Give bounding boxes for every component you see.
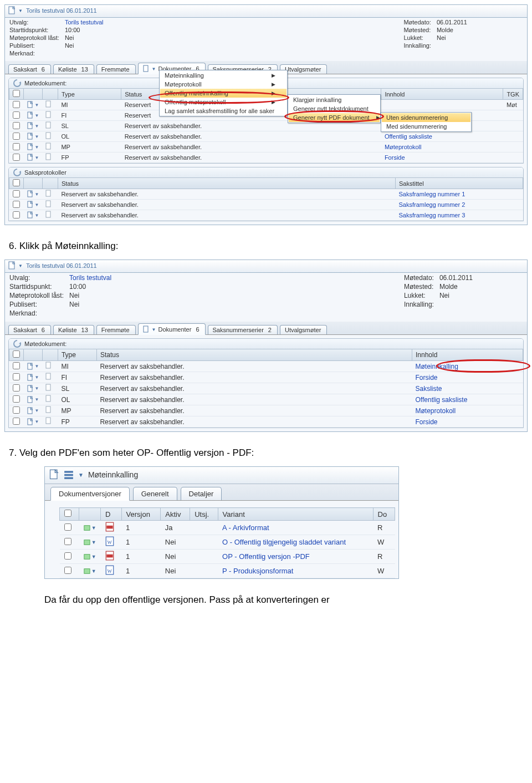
blank-page-icon[interactable]: [45, 373, 52, 380]
utvalg-link[interactable]: Torils testutval: [65, 19, 104, 26]
row-checkbox[interactable]: [13, 133, 20, 140]
row-checkbox[interactable]: [64, 552, 71, 560]
select-all-checkbox[interactable]: [13, 179, 20, 186]
row-checkbox[interactable]: [13, 122, 20, 129]
blank-page-icon[interactable]: [45, 417, 52, 425]
protocol-link[interactable]: Saksframlegg nummer 1: [399, 191, 466, 197]
document-link[interactable]: Møteprotokoll: [385, 144, 422, 150]
menu-item[interactable]: Med sidenummerering: [382, 122, 470, 131]
blank-page-icon[interactable]: [45, 200, 52, 208]
document-link[interactable]: Saksliste: [416, 385, 442, 393]
row-checkbox[interactable]: [13, 154, 20, 161]
page-icon[interactable]: [27, 101, 34, 109]
page-icon[interactable]: [27, 374, 34, 382]
menu-item[interactable]: Møteprotokoll ▶: [160, 80, 287, 89]
utvalg-link[interactable]: Torils testutval: [69, 274, 111, 282]
page-icon[interactable]: [27, 143, 34, 151]
row-checkbox[interactable]: [13, 143, 20, 150]
row-checkbox[interactable]: [13, 111, 20, 119]
row-checkbox[interactable]: [13, 384, 20, 392]
page-icon[interactable]: [27, 133, 34, 140]
blank-page-icon[interactable]: [45, 406, 52, 414]
document-link[interactable]: Forside: [416, 418, 438, 426]
action-icon[interactable]: [84, 553, 90, 561]
tab-utvalgsmøter[interactable]: Utvalgsmøter: [280, 325, 327, 334]
blank-page-icon[interactable]: [45, 132, 52, 140]
tab-køliste[interactable]: Køliste13: [53, 64, 94, 74]
row-checkbox[interactable]: [64, 523, 71, 531]
page-icon[interactable]: [27, 211, 34, 219]
row-checkbox[interactable]: [13, 395, 20, 403]
refresh-icon[interactable]: [13, 79, 21, 87]
protocol-link[interactable]: Saksframlegg nummer 2: [399, 201, 466, 208]
menu-item[interactable]: Offentlig møteprotokoll ▶: [160, 98, 287, 106]
row-checkbox[interactable]: [13, 201, 20, 208]
tab-fremmøte[interactable]: Fremmøte: [96, 64, 136, 74]
select-all-checkbox[interactable]: [13, 350, 20, 358]
tab-detaljer[interactable]: Detaljer: [181, 487, 222, 500]
page-icon[interactable]: [27, 111, 34, 119]
dropdown-arrow-icon[interactable]: ▼: [18, 8, 23, 13]
row-checkbox[interactable]: [13, 373, 20, 380]
document-link[interactable]: Forside: [385, 154, 405, 161]
dropdown-arrow-icon[interactable]: ▼: [78, 472, 84, 478]
blank-page-icon[interactable]: [45, 153, 52, 161]
tab-sakskart[interactable]: Sakskart6: [8, 64, 51, 74]
blank-page-icon[interactable]: [45, 143, 52, 150]
document-link[interactable]: Offentlig saksliste: [385, 133, 432, 140]
blank-page-icon[interactable]: [45, 384, 52, 392]
variant-link[interactable]: O - Offentlig tilgjengelig sladdet varia…: [222, 538, 346, 546]
page-icon[interactable]: [27, 407, 34, 415]
page-icon[interactable]: [27, 418, 34, 426]
action-icon[interactable]: [84, 524, 90, 532]
select-all-checkbox[interactable]: [13, 90, 20, 97]
row-checkbox[interactable]: [13, 190, 20, 197]
row-checkbox[interactable]: [13, 211, 20, 218]
page-icon[interactable]: [27, 201, 34, 209]
page-icon[interactable]: [27, 122, 34, 130]
row-checkbox[interactable]: [64, 538, 71, 545]
menu-item[interactable]: Lag samlet saksfremstilling for alle sak…: [160, 106, 287, 115]
tab-dokumenter[interactable]: ▼Dokumenter6: [138, 323, 206, 335]
action-icon[interactable]: [84, 567, 90, 575]
tab-fremmøte[interactable]: Fremmøte: [96, 325, 136, 334]
tab-generelt[interactable]: Generelt: [133, 487, 177, 500]
menu-item[interactable]: Offentlig møteinnkalling ▶: [160, 89, 287, 98]
page-icon[interactable]: [27, 396, 34, 404]
tab-sakskart[interactable]: Sakskart6: [8, 325, 51, 334]
blank-page-icon[interactable]: [45, 111, 52, 119]
blank-page-icon[interactable]: [45, 100, 52, 108]
blank-page-icon[interactable]: [45, 362, 52, 369]
refresh-icon[interactable]: [13, 340, 21, 348]
document-link[interactable]: Møteprotokoll: [416, 407, 456, 415]
blank-page-icon[interactable]: [45, 190, 52, 197]
page-icon[interactable]: [27, 363, 34, 370]
refresh-icon[interactable]: [13, 169, 21, 176]
tab-dokumentversjoner[interactable]: Dokumentversjoner: [50, 487, 130, 501]
row-checkbox[interactable]: [13, 101, 20, 108]
page-icon[interactable]: [27, 190, 34, 198]
variant-link[interactable]: OP - Offentlig versjon -PDF: [222, 552, 310, 561]
tab-køliste[interactable]: Køliste13: [53, 325, 94, 334]
row-checkbox[interactable]: [13, 362, 20, 369]
menu-item[interactable]: Klargjør innkalling: [289, 95, 380, 104]
document-link[interactable]: Forside: [416, 374, 438, 382]
row-checkbox[interactable]: [13, 406, 20, 414]
blank-page-icon[interactable]: [45, 211, 52, 218]
dropdown-arrow-icon[interactable]: ▼: [18, 263, 23, 268]
document-link[interactable]: Møteinnkalling: [416, 363, 458, 370]
row-checkbox[interactable]: [64, 567, 71, 574]
select-all-checkbox[interactable]: [64, 510, 71, 517]
menu-item[interactable]: Møteinnkalling ▶: [160, 71, 287, 80]
variant-link[interactable]: P - Produksjonsformat: [222, 567, 293, 575]
action-icon[interactable]: [84, 538, 90, 546]
menu-item[interactable]: Generer nytt tekstdokument: [289, 104, 380, 113]
protocol-link[interactable]: Saksframlegg nummer 3: [399, 212, 466, 218]
blank-page-icon[interactable]: [45, 121, 52, 129]
document-link[interactable]: Offentlig saksliste: [416, 396, 468, 404]
row-checkbox[interactable]: [13, 418, 20, 425]
page-icon[interactable]: [27, 385, 34, 393]
page-icon[interactable]: [27, 154, 34, 161]
menu-item[interactable]: Generer nytt PDF dokument ▶: [289, 113, 380, 122]
tab-saksnummerserier[interactable]: Saksnummerserier2: [208, 325, 278, 334]
